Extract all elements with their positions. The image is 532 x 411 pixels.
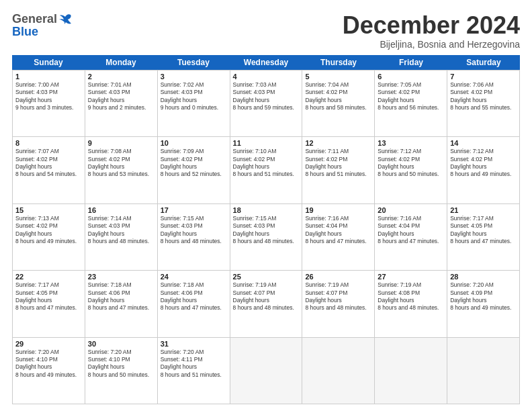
day-cell-26: 26 Sunrise: 7:19 AMSunset: 4:07 PMDaylig… bbox=[302, 271, 375, 336]
day-cell-18: 18 Sunrise: 7:15 AMSunset: 4:03 PMDaylig… bbox=[230, 204, 303, 270]
day-cell-2: 2 Sunrise: 7:01 AMSunset: 4:03 PMDayligh… bbox=[85, 71, 158, 136]
day-info-31: Sunrise: 7:20 AMSunset: 4:11 PMDaylight … bbox=[161, 349, 222, 378]
week-row-2: 8 Sunrise: 7:07 AMSunset: 4:02 PMDayligh… bbox=[12, 136, 520, 203]
day-number-3: 3 bbox=[161, 73, 227, 81]
day-cell-5: 5 Sunrise: 7:04 AMSunset: 4:02 PMDayligh… bbox=[302, 71, 375, 136]
day-info-26: Sunrise: 7:19 AMSunset: 4:07 PMDaylight … bbox=[305, 281, 366, 311]
header: General Blue December 2024 Bijeljina, Bo… bbox=[12, 12, 520, 50]
week-row-3: 15 Sunrise: 7:13 AMSunset: 4:02 PMDaylig… bbox=[12, 203, 520, 270]
day-number-11: 11 bbox=[233, 139, 300, 147]
day-info-7: Sunrise: 7:06 AMSunset: 4:02 PMDaylight … bbox=[450, 81, 511, 111]
header-sunday: Sunday bbox=[12, 55, 85, 70]
day-info-14: Sunrise: 7:12 AMSunset: 4:02 PMDaylight … bbox=[450, 148, 511, 177]
header-thursday: Thursday bbox=[302, 55, 375, 70]
day-cell-20: 20 Sunrise: 7:16 AMSunset: 4:04 PMDaylig… bbox=[375, 204, 447, 270]
day-number-8: 8 bbox=[15, 139, 82, 147]
day-info-28: Sunrise: 7:20 AMSunset: 4:09 PMDaylight … bbox=[450, 281, 511, 311]
day-number-12: 12 bbox=[305, 139, 371, 147]
day-number-9: 9 bbox=[88, 139, 154, 147]
day-number-7: 7 bbox=[450, 73, 517, 81]
day-number-23: 23 bbox=[88, 273, 154, 281]
day-cell-15: 15 Sunrise: 7:13 AMSunset: 4:02 PMDaylig… bbox=[13, 204, 85, 270]
day-number-20: 20 bbox=[378, 206, 444, 214]
day-number-14: 14 bbox=[450, 139, 517, 147]
day-info-30: Sunrise: 7:20 AMSunset: 4:10 PMDaylight … bbox=[88, 349, 149, 378]
day-info-2: Sunrise: 7:01 AMSunset: 4:03 PMDaylight … bbox=[88, 81, 146, 111]
calendar-header: Sunday Monday Tuesday Wednesday Thursday… bbox=[12, 55, 520, 70]
empty-cell-w4-d4 bbox=[302, 338, 375, 404]
day-cell-1: 1 Sunrise: 7:00 AMSunset: 4:03 PMDayligh… bbox=[13, 71, 85, 136]
day-number-26: 26 bbox=[305, 273, 371, 281]
calendar-body: 1 Sunrise: 7:00 AMSunset: 4:03 PMDayligh… bbox=[12, 70, 520, 404]
day-cell-17: 17 Sunrise: 7:15 AMSunset: 4:03 PMDaylig… bbox=[158, 204, 230, 270]
header-wednesday: Wednesday bbox=[230, 55, 302, 70]
day-cell-12: 12 Sunrise: 7:11 AMSunset: 4:02 PMDaylig… bbox=[302, 137, 375, 203]
day-cell-29: 29 Sunrise: 7:20 AMSunset: 4:10 PMDaylig… bbox=[13, 338, 85, 404]
day-cell-31: 31 Sunrise: 7:20 AMSunset: 4:11 PMDaylig… bbox=[158, 338, 230, 404]
week-row-4: 22 Sunrise: 7:17 AMSunset: 4:05 PMDaylig… bbox=[12, 270, 520, 336]
day-cell-16: 16 Sunrise: 7:14 AMSunset: 4:03 PMDaylig… bbox=[85, 204, 158, 270]
day-cell-8: 8 Sunrise: 7:07 AMSunset: 4:02 PMDayligh… bbox=[13, 137, 85, 203]
logo-bird-icon bbox=[58, 13, 73, 26]
day-cell-24: 24 Sunrise: 7:18 AMSunset: 4:06 PMDaylig… bbox=[158, 271, 230, 336]
day-number-17: 17 bbox=[161, 206, 227, 214]
day-info-8: Sunrise: 7:07 AMSunset: 4:02 PMDaylight … bbox=[15, 148, 77, 177]
day-info-20: Sunrise: 7:16 AMSunset: 4:04 PMDaylight … bbox=[378, 215, 439, 244]
day-number-16: 16 bbox=[88, 206, 154, 214]
day-cell-13: 13 Sunrise: 7:12 AMSunset: 4:02 PMDaylig… bbox=[375, 137, 447, 203]
day-cell-25: 25 Sunrise: 7:19 AMSunset: 4:07 PMDaylig… bbox=[230, 271, 303, 336]
header-monday: Monday bbox=[85, 55, 157, 70]
logo-general-text: General bbox=[12, 12, 57, 26]
title-block: December 2024 Bijeljina, Bosnia and Herz… bbox=[343, 12, 520, 50]
day-info-19: Sunrise: 7:16 AMSunset: 4:04 PMDaylight … bbox=[305, 215, 366, 244]
day-cell-6: 6 Sunrise: 7:05 AMSunset: 4:02 PMDayligh… bbox=[375, 71, 447, 136]
day-info-4: Sunrise: 7:03 AMSunset: 4:03 PMDaylight … bbox=[233, 81, 294, 111]
day-number-19: 19 bbox=[305, 206, 371, 214]
day-info-11: Sunrise: 7:10 AMSunset: 4:02 PMDaylight … bbox=[233, 148, 294, 177]
day-number-24: 24 bbox=[161, 273, 227, 281]
day-cell-30: 30 Sunrise: 7:20 AMSunset: 4:10 PMDaylig… bbox=[85, 338, 158, 404]
day-number-18: 18 bbox=[233, 206, 300, 214]
day-number-6: 6 bbox=[378, 73, 444, 81]
day-number-2: 2 bbox=[88, 73, 154, 81]
location-subtitle: Bijeljina, Bosnia and Herzegovina bbox=[343, 39, 520, 50]
day-cell-21: 21 Sunrise: 7:17 AMSunset: 4:05 PMDaylig… bbox=[447, 204, 520, 270]
day-info-5: Sunrise: 7:04 AMSunset: 4:02 PMDaylight … bbox=[305, 81, 366, 111]
day-info-23: Sunrise: 7:18 AMSunset: 4:06 PMDaylight … bbox=[88, 281, 149, 311]
empty-cell-w4-d5 bbox=[375, 338, 447, 404]
day-number-25: 25 bbox=[233, 273, 300, 281]
day-info-6: Sunrise: 7:05 AMSunset: 4:02 PMDaylight … bbox=[378, 81, 439, 111]
day-number-30: 30 bbox=[88, 340, 154, 348]
day-number-10: 10 bbox=[161, 139, 227, 147]
day-number-21: 21 bbox=[450, 206, 517, 214]
day-number-31: 31 bbox=[161, 340, 227, 348]
day-info-25: Sunrise: 7:19 AMSunset: 4:07 PMDaylight … bbox=[233, 281, 294, 311]
logo-blue-text: Blue bbox=[12, 25, 38, 39]
day-info-10: Sunrise: 7:09 AMSunset: 4:02 PMDaylight … bbox=[161, 148, 222, 177]
day-info-22: Sunrise: 7:17 AMSunset: 4:05 PMDaylight … bbox=[15, 281, 77, 311]
calendar: Sunday Monday Tuesday Wednesday Thursday… bbox=[12, 55, 520, 404]
header-friday: Friday bbox=[375, 55, 447, 70]
day-cell-4: 4 Sunrise: 7:03 AMSunset: 4:03 PMDayligh… bbox=[230, 71, 303, 136]
day-cell-28: 28 Sunrise: 7:20 AMSunset: 4:09 PMDaylig… bbox=[447, 271, 520, 336]
day-info-21: Sunrise: 7:17 AMSunset: 4:05 PMDaylight … bbox=[450, 215, 511, 244]
day-cell-22: 22 Sunrise: 7:17 AMSunset: 4:05 PMDaylig… bbox=[13, 271, 85, 336]
page: General Blue December 2024 Bijeljina, Bo… bbox=[0, 0, 532, 411]
logo: General Blue bbox=[12, 12, 73, 39]
day-info-17: Sunrise: 7:15 AMSunset: 4:03 PMDaylight … bbox=[161, 215, 222, 244]
day-number-4: 4 bbox=[233, 73, 300, 81]
day-info-15: Sunrise: 7:13 AMSunset: 4:02 PMDaylight … bbox=[15, 215, 77, 244]
header-saturday: Saturday bbox=[447, 55, 520, 70]
day-cell-7: 7 Sunrise: 7:06 AMSunset: 4:02 PMDayligh… bbox=[447, 71, 520, 136]
day-number-22: 22 bbox=[15, 273, 82, 281]
day-number-1: 1 bbox=[15, 73, 82, 81]
day-number-13: 13 bbox=[378, 139, 444, 147]
day-info-18: Sunrise: 7:15 AMSunset: 4:03 PMDaylight … bbox=[233, 215, 294, 244]
day-cell-19: 19 Sunrise: 7:16 AMSunset: 4:04 PMDaylig… bbox=[302, 204, 375, 270]
week-row-1: 1 Sunrise: 7:00 AMSunset: 4:03 PMDayligh… bbox=[12, 70, 520, 136]
day-info-13: Sunrise: 7:12 AMSunset: 4:02 PMDaylight … bbox=[378, 148, 439, 177]
day-cell-10: 10 Sunrise: 7:09 AMSunset: 4:02 PMDaylig… bbox=[158, 137, 230, 203]
day-cell-3: 3 Sunrise: 7:02 AMSunset: 4:03 PMDayligh… bbox=[158, 71, 230, 136]
day-number-27: 27 bbox=[378, 273, 444, 281]
day-number-15: 15 bbox=[15, 206, 82, 214]
